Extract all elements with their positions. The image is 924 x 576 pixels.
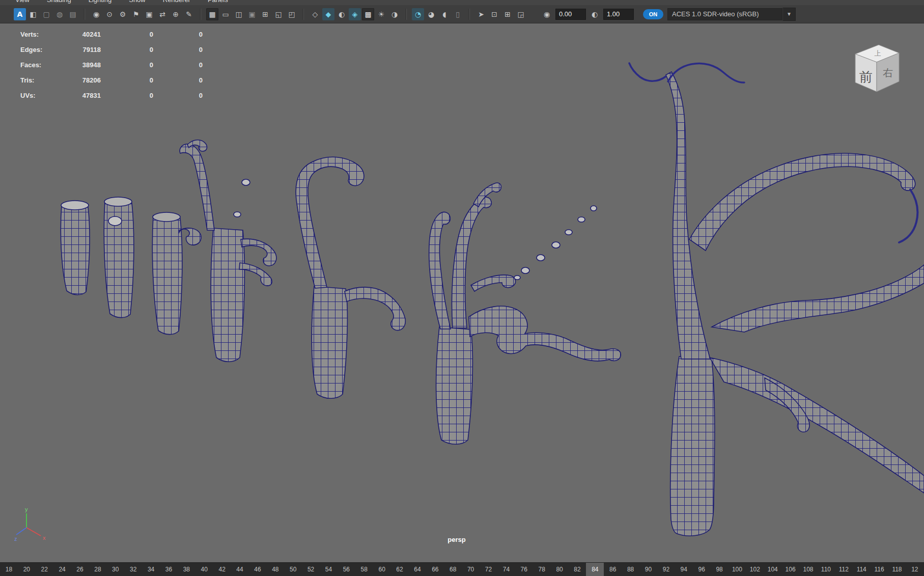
- timeline-frame[interactable]: 24: [53, 563, 71, 576]
- lights-icon[interactable]: ☀: [375, 8, 387, 20]
- pan-zoom-icon[interactable]: ⇄: [156, 8, 169, 20]
- gate-mask-icon[interactable]: ▣: [246, 8, 258, 20]
- image-plane-icon[interactable]: ▣: [143, 8, 155, 20]
- viewport-snapshot-icon[interactable]: ◲: [515, 8, 527, 20]
- timeline-frame[interactable]: 98: [711, 563, 729, 576]
- gamma-icon[interactable]: ◐: [589, 8, 601, 20]
- timeline-frame[interactable]: 12: [906, 563, 923, 576]
- textured-mode-icon[interactable]: ◈: [349, 8, 361, 20]
- timeline-frame[interactable]: 84: [586, 563, 604, 576]
- branch-path[interactable]: [179, 228, 201, 245]
- trunk-path[interactable]: [670, 356, 715, 536]
- timeline-frame[interactable]: 72: [480, 563, 497, 576]
- timeline-frame[interactable]: 96: [693, 563, 711, 576]
- top-twig[interactable]: [668, 63, 744, 83]
- field-chart-icon[interactable]: ⊞: [259, 8, 271, 20]
- exposure-icon[interactable]: ◉: [541, 8, 553, 20]
- colorspace-dropdown[interactable]: ACES 1.0 SDR-video (sRGB): [667, 8, 782, 20]
- timeline-frame[interactable]: 114: [853, 563, 871, 576]
- cut-top[interactable]: [104, 197, 132, 206]
- isolate-view-icon[interactable]: ⊞: [501, 8, 514, 20]
- branch-stub[interactable]: [108, 216, 122, 226]
- timeline-frame[interactable]: 74: [497, 563, 515, 576]
- floating-discs[interactable]: [514, 206, 597, 280]
- menu-panels[interactable]: Panels: [208, 0, 228, 1]
- resolution-gate-icon[interactable]: ◫: [233, 8, 245, 20]
- timeline-frame[interactable]: 38: [178, 563, 195, 576]
- timeline-frame[interactable]: 100: [729, 563, 746, 576]
- trunk-path[interactable]: [152, 215, 182, 335]
- trunk-path[interactable]: [211, 228, 244, 362]
- tree-7[interactable]: [629, 63, 924, 536]
- timeline-frame[interactable]: 54: [320, 563, 338, 576]
- floating-piece[interactable]: [234, 212, 241, 217]
- wireframe-mode-icon[interactable]: ◇: [309, 8, 321, 20]
- select-a-icon[interactable]: A: [14, 8, 26, 20]
- tree-stump-1[interactable]: [61, 201, 90, 295]
- timeline-frame[interactable]: 80: [551, 563, 569, 576]
- timeline-frame[interactable]: 32: [124, 563, 142, 576]
- trunk-path[interactable]: [436, 327, 473, 444]
- timeline-frame[interactable]: 30: [106, 563, 124, 576]
- image-plate-icon[interactable]: ▯: [452, 8, 464, 20]
- view-cube[interactable]: 上 前 右: [845, 39, 906, 102]
- timeline-frame[interactable]: 118: [888, 563, 906, 576]
- upper-branch[interactable]: [180, 144, 214, 230]
- menu-view[interactable]: View: [15, 0, 30, 1]
- cut-top[interactable]: [61, 201, 89, 210]
- annotate-icon[interactable]: ✎: [183, 8, 195, 20]
- timeline-frame[interactable]: 90: [639, 563, 657, 576]
- mid-right-branch[interactable]: [712, 265, 924, 332]
- timeline-frame[interactable]: 78: [533, 563, 551, 576]
- timeline-frame[interactable]: 106: [781, 563, 799, 576]
- timeline-frame[interactable]: 92: [657, 563, 675, 576]
- film-gate-icon[interactable]: ▭: [219, 8, 232, 20]
- shaded-wire-mode-icon[interactable]: ◐: [335, 8, 348, 20]
- marquee-select-icon[interactable]: ◧: [27, 8, 39, 20]
- lasso-select-icon[interactable]: ▢: [40, 8, 52, 20]
- upper-right-arc[interactable]: [689, 153, 915, 251]
- timeline-frame[interactable]: 64: [408, 563, 426, 576]
- timeline-frame[interactable]: 88: [622, 563, 639, 576]
- timeline-frame[interactable]: 104: [764, 563, 781, 576]
- timeline-frame[interactable]: 42: [213, 563, 231, 576]
- timeline-frame[interactable]: 86: [604, 563, 622, 576]
- checker-map-icon[interactable]: ▩: [362, 8, 374, 20]
- tree-6[interactable]: [429, 183, 621, 444]
- menu-lighting[interactable]: Lighting: [89, 0, 112, 1]
- timeline-frame[interactable]: 48: [266, 563, 284, 576]
- grid-icon[interactable]: ▦: [206, 8, 218, 20]
- timeline-frame[interactable]: 62: [391, 563, 409, 576]
- backface-cull-icon[interactable]: ◕: [425, 8, 437, 20]
- safe-title-icon[interactable]: ◰: [286, 8, 298, 20]
- timeline-frame[interactable]: 68: [444, 563, 462, 576]
- timeline-frame[interactable]: 108: [799, 563, 817, 576]
- timeline-frame[interactable]: 70: [462, 563, 480, 576]
- tree-stump-2[interactable]: [104, 197, 134, 318]
- lock-camera-icon[interactable]: ⊙: [103, 8, 116, 20]
- timeline-frame[interactable]: 60: [373, 563, 391, 576]
- timeline-frame[interactable]: 50: [284, 563, 302, 576]
- select-arrow-icon[interactable]: ➤: [475, 8, 487, 20]
- timeline-frame[interactable]: 76: [515, 563, 533, 576]
- timeline-frame[interactable]: 36: [160, 563, 178, 576]
- timeline-frame[interactable]: 18: [0, 563, 18, 576]
- trunk-path[interactable]: [312, 286, 347, 398]
- timeline-frame[interactable]: 44: [231, 563, 249, 576]
- camera-attributes-icon[interactable]: ⚙: [117, 8, 129, 20]
- exposure-input[interactable]: [555, 9, 586, 20]
- right-arm[interactable]: [345, 287, 405, 331]
- timeline-frame[interactable]: 40: [195, 563, 213, 576]
- timeline-frame[interactable]: 94: [675, 563, 693, 576]
- tree-5[interactable]: [296, 157, 405, 398]
- colorspace-caret-icon[interactable]: ▼: [782, 8, 796, 21]
- timeline-frame[interactable]: 46: [248, 563, 266, 576]
- safe-action-icon[interactable]: ◱: [272, 8, 285, 20]
- ambient-occlusion-icon[interactable]: ◖: [438, 8, 451, 20]
- menu-shading[interactable]: Shading: [47, 0, 71, 1]
- shadows-icon[interactable]: ◑: [388, 8, 401, 20]
- tree-4[interactable]: [180, 140, 276, 362]
- left-branch[interactable]: [429, 212, 451, 329]
- timeline-frame[interactable]: 110: [817, 563, 835, 576]
- timeline-frame[interactable]: 82: [569, 563, 586, 576]
